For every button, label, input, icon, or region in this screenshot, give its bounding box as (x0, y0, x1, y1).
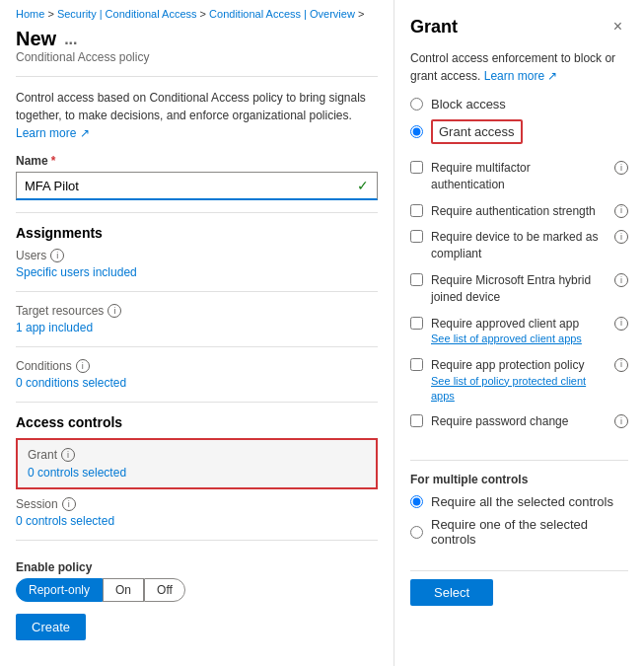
name-input-wrapper: ✓ (16, 172, 378, 200)
grant-panel-title: Grant (410, 17, 458, 37)
name-field-row: Name * ✓ (16, 154, 378, 200)
conditions-label: Conditions i (16, 359, 378, 373)
learn-more-link[interactable]: Learn more ↗ (16, 126, 90, 140)
session-value-link[interactable]: 0 controls selected (16, 514, 114, 528)
require-one-option: Require one of the selected controls (410, 517, 628, 547)
page-subtitle: Conditional Access policy (16, 50, 378, 64)
auth-strength-info-icon[interactable]: i (614, 204, 628, 218)
left-panel: Home > Security | Conditional Access > C… (0, 0, 394, 666)
auth-strength-label: Require authentication strength (431, 203, 607, 220)
enable-policy-label: Enable policy (16, 560, 378, 574)
grant-panel: Grant × Control access enforcement to bl… (394, 0, 644, 666)
breadcrumb: Home > Security | Conditional Access > C… (16, 8, 378, 20)
required-indicator: * (51, 154, 56, 168)
grant-access-label[interactable]: Grant access (431, 119, 523, 144)
more-options-icon[interactable]: ... (64, 31, 77, 48)
close-panel-button[interactable]: × (608, 16, 628, 37)
app-protection-checkbox-item: Require app protection policy See list o… (410, 357, 628, 405)
grant-learn-more-link[interactable]: Learn more ↗ (484, 69, 558, 83)
grant-panel-description: Control access enforcement to block or g… (410, 49, 628, 85)
toggle-off[interactable]: Off (144, 578, 185, 602)
grant-info-icon[interactable]: i (61, 448, 75, 462)
password-change-checkbox[interactable] (410, 414, 423, 427)
panel-footer: Select (410, 570, 628, 606)
require-one-label[interactable]: Require one of the selected controls (431, 517, 628, 547)
approved-app-checkbox-item: Require approved client app See list of … (410, 316, 628, 347)
password-change-checkbox-item: Require password change i (410, 413, 628, 430)
select-button[interactable]: Select (410, 579, 493, 606)
toggle-report-only[interactable]: Report-only (16, 578, 103, 602)
create-button[interactable]: Create (16, 614, 86, 640)
password-change-label: Require password change (431, 413, 607, 430)
toggle-on[interactable]: On (103, 578, 144, 602)
app-protection-label: Require app protection policy See list o… (431, 357, 607, 405)
approved-app-link[interactable]: See list of approved client apps (431, 332, 607, 346)
users-label: Users i (16, 249, 378, 262)
users-row: Users i Specific users included (16, 249, 378, 279)
hybrid-checkbox-item: Require Microsoft Entra hybrid joined de… (410, 272, 628, 306)
mfa-checkbox[interactable] (410, 161, 423, 174)
conditions-row: Conditions i 0 conditions selected (16, 359, 378, 390)
hybrid-info-icon[interactable]: i (614, 273, 628, 287)
mfa-info-icon[interactable]: i (614, 161, 628, 175)
grant-value: 0 controls selected (28, 466, 366, 480)
target-resources-label: Target resources i (16, 304, 378, 318)
name-label: Name * (16, 154, 378, 168)
session-info-icon[interactable]: i (62, 497, 76, 511)
breadcrumb-home[interactable]: Home (16, 8, 44, 20)
divider-3 (16, 346, 378, 347)
conditions-value-link[interactable]: 0 conditions selected (16, 376, 126, 390)
grant-label: Grant i (28, 448, 366, 462)
target-resources-info-icon[interactable]: i (107, 304, 121, 318)
hybrid-label: Require Microsoft Entra hybrid joined de… (431, 272, 607, 306)
divider-1 (16, 212, 378, 213)
require-all-radio[interactable] (410, 495, 423, 508)
enable-policy-toggle: Report-only On Off (16, 578, 378, 602)
block-access-radio[interactable] (410, 98, 423, 111)
grant-access-radio[interactable] (410, 125, 423, 138)
compliant-checkbox[interactable] (410, 230, 423, 243)
grant-access-option: Grant access (410, 119, 628, 144)
page-title-row: New ... (16, 28, 378, 50)
access-controls-title: Access controls (16, 414, 378, 430)
multiple-controls-label: For multiple controls (410, 473, 628, 486)
approved-app-label: Require approved client app See list of … (431, 316, 607, 347)
app-protection-info-icon[interactable]: i (614, 358, 628, 372)
conditions-info-icon[interactable]: i (76, 359, 90, 373)
compliant-checkbox-item: Require device to be marked as compliant… (410, 229, 628, 262)
page-title: New (16, 28, 56, 50)
require-one-radio[interactable] (410, 526, 423, 539)
approved-app-info-icon[interactable]: i (614, 317, 628, 331)
mfa-checkbox-item: Require multifactor authentication i (410, 160, 628, 193)
session-label: Session i (16, 497, 378, 511)
app-protection-checkbox[interactable] (410, 358, 423, 371)
target-resources-row: Target resources i 1 app included (16, 304, 378, 334)
approved-app-checkbox[interactable] (410, 317, 423, 330)
breadcrumb-security[interactable]: Security | Conditional Access (57, 8, 197, 20)
users-value-link[interactable]: Specific users included (16, 265, 137, 279)
grant-checkbox-list: Require multifactor authentication i Req… (410, 160, 628, 440)
block-access-label[interactable]: Block access (431, 97, 506, 111)
divider-2 (16, 291, 378, 292)
password-change-info-icon[interactable]: i (614, 414, 628, 428)
require-all-option: Require all the selected controls (410, 494, 628, 509)
auth-strength-checkbox[interactable] (410, 204, 423, 217)
multiple-controls-section: For multiple controls Require all the se… (410, 460, 628, 555)
auth-strength-checkbox-item: Require authentication strength i (410, 203, 628, 220)
compliant-label: Require device to be marked as compliant (431, 229, 607, 262)
enable-policy-section: Enable policy Report-only On Off Create (16, 560, 378, 640)
compliant-info-icon[interactable]: i (614, 230, 628, 244)
session-row: Session i 0 controls selected (16, 497, 378, 528)
app-protection-link[interactable]: See list of policy protected client apps (431, 374, 607, 405)
target-resources-value-link[interactable]: 1 app included (16, 321, 93, 334)
users-info-icon[interactable]: i (50, 249, 64, 262)
page-description: Control access based on Conditional Acce… (16, 89, 378, 142)
require-all-label[interactable]: Require all the selected controls (431, 494, 613, 509)
name-input[interactable] (25, 179, 357, 193)
block-access-option: Block access (410, 97, 628, 111)
grant-control-box[interactable]: Grant i 0 controls selected (16, 438, 378, 489)
hybrid-checkbox[interactable] (410, 273, 423, 286)
breadcrumb-overview[interactable]: Conditional Access | Overview (209, 8, 355, 20)
assignments-title: Assignments (16, 225, 378, 241)
divider-4 (16, 402, 378, 403)
